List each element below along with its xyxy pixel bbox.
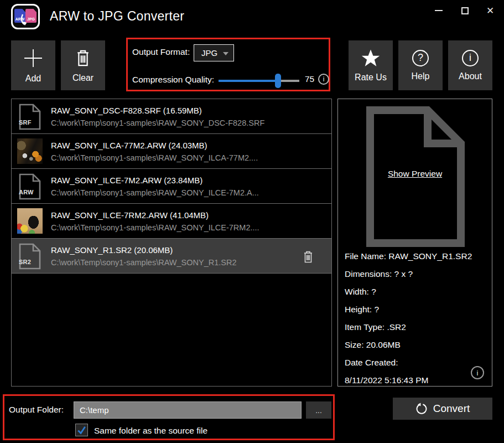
output-folder-input[interactable] bbox=[74, 401, 302, 419]
slider-fill bbox=[219, 80, 278, 82]
detail-dimensions: Dimensions: ? x ? bbox=[345, 265, 472, 283]
clear-button[interactable]: Clear bbox=[61, 40, 105, 90]
file-row-text: RAW_SONY_ILCE-7M2.ARW (23.84MB) C:\work\… bbox=[51, 176, 259, 197]
app-logo-icon: ARW JPG bbox=[11, 4, 40, 29]
quality-info-icon[interactable]: i bbox=[318, 74, 329, 85]
file-row[interactable]: RAW_SONY_ILCE-7RM2.ARW (41.04MB) C:\work… bbox=[12, 204, 331, 239]
detail-height: Height: ? bbox=[345, 301, 472, 318]
minimize-button[interactable] bbox=[430, 2, 447, 19]
preview-panel: Show Preview File Name: RAW_SONY_R1.SR2 … bbox=[337, 99, 492, 387]
file-name: RAW_SONY_R1.SR2 (20.06MB) bbox=[51, 245, 236, 255]
checkmark-icon bbox=[76, 425, 87, 435]
file-row-text: RAW_SONY_ILCE-7RM2.ARW (41.04MB) C:\work… bbox=[51, 210, 259, 232]
output-format-dropdown[interactable]: JPG bbox=[194, 44, 234, 61]
file-path: C:\work\Temp\sony1-samples\RAW_SONY_R1.S… bbox=[51, 258, 236, 267]
cat-thumbnail-image bbox=[17, 208, 43, 234]
file-row[interactable]: ARW RAW_SONY_ILCE-7M2.ARW (23.84MB) C:\w… bbox=[12, 169, 331, 204]
convert-refresh-icon bbox=[415, 403, 428, 415]
clear-button-label: Clear bbox=[72, 73, 93, 83]
help-label: Help bbox=[412, 71, 430, 81]
plus-icon bbox=[23, 48, 44, 69]
rate-us-button[interactable]: Rate Us bbox=[349, 40, 393, 90]
arw-file-badge-icon: ARW bbox=[17, 173, 43, 199]
detail-size: Size: 20.06MB bbox=[345, 336, 472, 354]
app-window: ARW JPG ARW to JPG Converter ✕ Add Clear… bbox=[0, 0, 504, 443]
close-button[interactable]: ✕ bbox=[482, 2, 498, 19]
file-row-text: RAW_SONY_R1.SR2 (20.06MB) C:\work\Temp\s… bbox=[51, 245, 236, 267]
maximize-button[interactable] bbox=[456, 2, 473, 19]
output-folder-highlight-box: Output Folder: ... Same folder as the so… bbox=[3, 394, 335, 440]
file-name: RAW_SONY_DSC-F828.SRF (16.59MB) bbox=[51, 106, 264, 115]
info-icon: i bbox=[462, 50, 479, 66]
convert-button[interactable]: Convert bbox=[393, 398, 492, 420]
file-row-text: RAW_SONY_DSC-F828.SRF (16.59MB) C:\work\… bbox=[51, 106, 264, 127]
file-path: C:\work\Temp\sony1-samples\RAW_SONY_DSC-… bbox=[51, 119, 264, 127]
file-name: RAW_SONY_ILCE-7RM2.ARW (41.04MB) bbox=[51, 210, 259, 220]
file-row[interactable]: RAW_SONY_ILCA-77M2.ARW (24.03MB) C:\work… bbox=[12, 134, 331, 169]
close-icon: ✕ bbox=[486, 5, 494, 17]
compression-quality-slider[interactable] bbox=[219, 80, 299, 82]
minimize-icon bbox=[435, 10, 443, 11]
output-format-label: Output Format: bbox=[132, 47, 190, 57]
chevron-down-icon bbox=[223, 52, 228, 55]
file-path: C:\work\Temp\sony1-samples\RAW_SONY_ILCE… bbox=[51, 223, 259, 232]
same-folder-checkbox[interactable] bbox=[75, 424, 88, 436]
file-path: C:\work\Temp\sony1-samples\RAW_SONY_ILCA… bbox=[51, 153, 258, 162]
file-details: File Name: RAW_SONY_R1.SR2 Dimensions: ?… bbox=[345, 248, 472, 389]
file-row-text: RAW_SONY_ILCA-77M2.ARW (24.03MB) C:\work… bbox=[51, 141, 258, 162]
add-button-label: Add bbox=[25, 74, 41, 84]
browse-button[interactable]: ... bbox=[306, 401, 331, 419]
file-row[interactable]: SRF RAW_SONY_DSC-F828.SRF (16.59MB) C:\w… bbox=[12, 99, 331, 134]
show-preview-link[interactable]: Show Preview bbox=[338, 169, 492, 179]
rate-us-label: Rate Us bbox=[355, 73, 387, 83]
file-list: SRF RAW_SONY_DSC-F828.SRF (16.59MB) C:\w… bbox=[11, 99, 332, 387]
question-icon: ? bbox=[412, 50, 429, 66]
slider-thumb[interactable] bbox=[275, 74, 281, 88]
file-thumbnail bbox=[17, 138, 43, 164]
leaves-thumbnail-image bbox=[17, 138, 43, 164]
convert-button-label: Convert bbox=[433, 403, 470, 415]
details-info-icon[interactable]: i bbox=[471, 366, 484, 379]
about-label: About bbox=[459, 71, 482, 81]
trash-icon bbox=[74, 48, 92, 68]
jpg-file-icon: JPG bbox=[25, 9, 37, 23]
detail-date-created-label: Date Created: bbox=[345, 354, 472, 372]
add-button[interactable]: Add bbox=[11, 40, 55, 90]
detail-date-created-value: 8/11/2022 5:16:43 PM bbox=[345, 372, 472, 389]
file-path: C:\work\Temp\sony1-samples\RAW_SONY_ILCE… bbox=[51, 188, 259, 197]
compression-quality-value: 75 bbox=[305, 74, 314, 84]
detail-file-name: File Name: RAW_SONY_R1.SR2 bbox=[345, 248, 472, 265]
sr2-file-badge-icon: SR2 bbox=[17, 243, 43, 269]
remove-file-trash-icon[interactable] bbox=[302, 250, 315, 264]
format-quality-highlight-box: Output Format: JPG Compression Quality: … bbox=[126, 38, 330, 91]
file-name: RAW_SONY_ILCE-7M2.ARW (23.84MB) bbox=[51, 176, 259, 185]
detail-width: Width: ? bbox=[345, 283, 472, 301]
maximize-icon bbox=[461, 7, 469, 14]
detail-item-type: Item Type: .SR2 bbox=[345, 318, 472, 336]
file-thumbnail bbox=[17, 208, 43, 234]
help-button[interactable]: ? Help bbox=[398, 40, 443, 90]
same-folder-label: Same folder as the source file bbox=[94, 426, 207, 436]
file-row-selected[interactable]: SR2 RAW_SONY_R1.SR2 (20.06MB) C:\work\Te… bbox=[12, 239, 331, 274]
star-icon bbox=[361, 49, 381, 68]
output-folder-label: Output Folder: bbox=[9, 405, 64, 415]
compression-quality-label: Compression Quality: bbox=[132, 75, 214, 85]
window-title: ARW to JPG Converter bbox=[50, 9, 184, 24]
output-format-value: JPG bbox=[201, 48, 217, 58]
srf-file-badge-icon: SRF bbox=[17, 104, 43, 129]
file-name: RAW_SONY_ILCA-77M2.ARW (24.03MB) bbox=[51, 141, 258, 150]
about-button[interactable]: i About bbox=[448, 40, 492, 90]
